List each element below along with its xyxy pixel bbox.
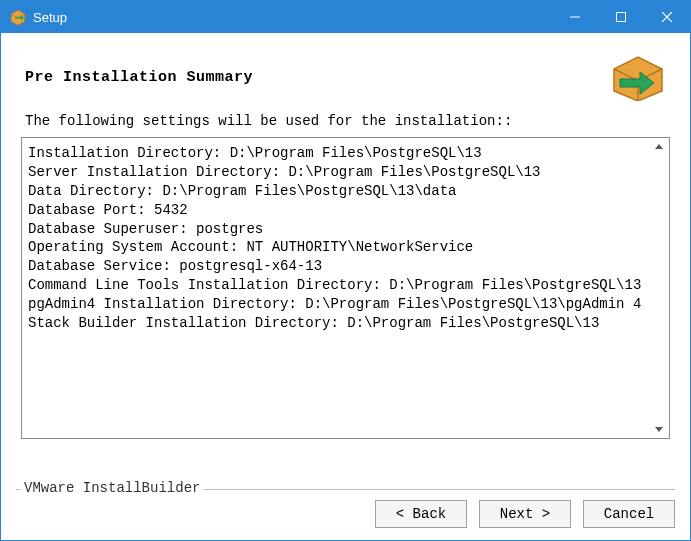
svg-rect-1 xyxy=(617,13,626,22)
box-arrow-icon xyxy=(610,53,666,101)
next-button[interactable]: Next > xyxy=(479,500,571,528)
intro-text: The following settings will be used for … xyxy=(1,113,690,137)
scrollbar[interactable] xyxy=(651,140,667,436)
page-title: Pre Installation Summary xyxy=(25,69,253,86)
window-controls xyxy=(552,1,690,33)
brand-label: VMware InstallBuilder xyxy=(20,480,204,496)
window-title: Setup xyxy=(33,10,67,25)
scroll-up-icon[interactable] xyxy=(655,144,663,149)
box-arrow-icon xyxy=(9,8,27,26)
close-button[interactable] xyxy=(644,1,690,33)
button-row: < Back Next > Cancel xyxy=(375,500,675,528)
header: Pre Installation Summary xyxy=(1,33,690,113)
titlebar: Setup xyxy=(1,1,690,33)
scroll-down-icon[interactable] xyxy=(655,427,663,432)
back-button[interactable]: < Back xyxy=(375,500,467,528)
summary-content: Installation Directory: D:\Program Files… xyxy=(22,138,669,339)
cancel-button[interactable]: Cancel xyxy=(583,500,675,528)
maximize-button[interactable] xyxy=(598,1,644,33)
summary-textarea[interactable]: Installation Directory: D:\Program Files… xyxy=(21,137,670,439)
minimize-button[interactable] xyxy=(552,1,598,33)
